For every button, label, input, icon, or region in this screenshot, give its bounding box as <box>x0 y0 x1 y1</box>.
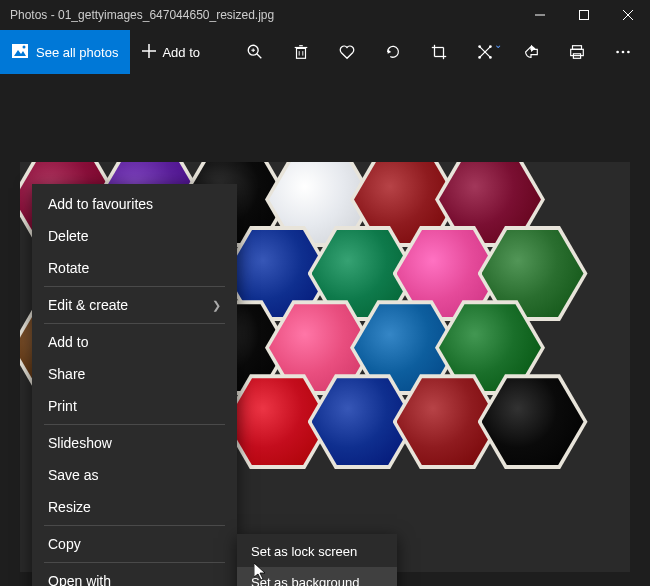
menu-copy[interactable]: Copy <box>32 528 237 560</box>
context-menu: Add to favourites Delete Rotate Edit & c… <box>32 184 237 586</box>
see-all-photos-button[interactable]: See all photos <box>0 30 130 74</box>
menu-save-as[interactable]: Save as <box>32 459 237 491</box>
svg-rect-13 <box>297 48 306 58</box>
more-button[interactable] <box>604 33 642 71</box>
svg-line-10 <box>257 54 262 59</box>
window-controls <box>518 0 650 30</box>
svg-marker-34 <box>254 563 265 580</box>
svg-point-24 <box>489 45 492 48</box>
svg-marker-27 <box>531 45 536 52</box>
separator <box>44 286 225 287</box>
add-to-button[interactable]: Add to <box>130 30 212 74</box>
delete-button[interactable] <box>282 33 320 71</box>
menu-slideshow[interactable]: Slideshow <box>32 427 237 459</box>
toolbar: See all photos Add to ⌄ <box>0 30 650 74</box>
separator <box>44 424 225 425</box>
titlebar: Photos - 01_gettyimages_647044650_resize… <box>0 0 650 30</box>
menu-print[interactable]: Print <box>32 390 237 422</box>
svg-point-6 <box>23 45 26 48</box>
maximize-button[interactable] <box>562 0 606 30</box>
menu-share[interactable]: Share <box>32 358 237 390</box>
cursor-icon <box>254 563 268 581</box>
menu-rotate[interactable]: Rotate <box>32 252 237 284</box>
svg-rect-29 <box>571 49 584 55</box>
edit-create-button[interactable]: ⌄ <box>466 33 504 71</box>
menu-open-with[interactable]: Open with <box>32 565 237 586</box>
menu-delete[interactable]: Delete <box>32 220 237 252</box>
separator <box>44 562 225 563</box>
chevron-right-icon: ❯ <box>212 299 221 312</box>
svg-point-32 <box>622 51 625 54</box>
svg-point-31 <box>616 51 619 54</box>
svg-point-25 <box>478 56 481 59</box>
svg-marker-18 <box>388 49 392 54</box>
close-button[interactable] <box>606 0 650 30</box>
plus-icon <box>142 44 156 61</box>
menu-add-to[interactable]: Add to <box>32 326 237 358</box>
toolbar-icons: ⌄ <box>236 33 650 71</box>
separator <box>44 525 225 526</box>
add-to-label: Add to <box>162 45 200 60</box>
zoom-button[interactable] <box>236 33 274 71</box>
menu-add-favourites[interactable]: Add to favourites <box>32 188 237 220</box>
favourite-button[interactable] <box>328 33 366 71</box>
menu-resize[interactable]: Resize <box>32 491 237 523</box>
window-title: Photos - 01_gettyimages_647044650_resize… <box>10 8 518 22</box>
print-button[interactable] <box>558 33 596 71</box>
svg-point-26 <box>489 56 492 59</box>
svg-point-23 <box>478 45 481 48</box>
svg-rect-1 <box>580 11 589 20</box>
photos-icon <box>12 44 28 61</box>
rotate-button[interactable] <box>374 33 412 71</box>
svg-point-33 <box>627 51 630 54</box>
crop-button[interactable] <box>420 33 458 71</box>
share-button[interactable] <box>512 33 550 71</box>
separator <box>44 323 225 324</box>
menu-edit-create[interactable]: Edit & create❯ <box>32 289 237 321</box>
chevron-down-icon: ⌄ <box>494 39 502 50</box>
see-all-label: See all photos <box>36 45 118 60</box>
minimize-button[interactable] <box>518 0 562 30</box>
